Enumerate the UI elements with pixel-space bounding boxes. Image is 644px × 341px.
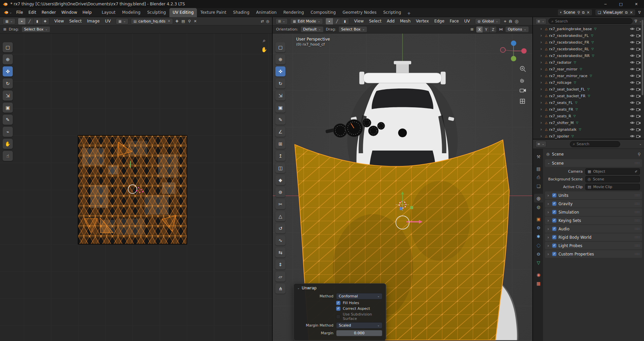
- viewlayer-selector[interactable]: ❏ ViewLayer ⧉ ✕: [595, 9, 635, 16]
- uv-select-mode-island[interactable]: ❖: [41, 18, 49, 24]
- proportional-editing-icon[interactable]: ◎: [515, 19, 519, 23]
- section-keying-sets[interactable]: › Keying Sets ∷∷: [545, 217, 642, 224]
- disable-in-render-camera-icon[interactable]: [636, 27, 641, 31]
- viewport-tool-inset-faces[interactable]: ◫: [275, 163, 285, 173]
- menu-file[interactable]: File: [14, 9, 26, 16]
- properties-tab-particles[interactable]: ✱: [534, 232, 543, 241]
- mirror-axis-x[interactable]: X: [476, 26, 483, 33]
- drag-grip-icon[interactable]: ∷∷: [635, 219, 640, 222]
- properties-tab-constraints[interactable]: ⊝: [534, 249, 543, 258]
- expand-chevron-icon[interactable]: ›: [540, 114, 543, 118]
- workspace-tab-animation[interactable]: Animation: [253, 8, 280, 17]
- section-audio[interactable]: › Audio ∷∷: [545, 225, 642, 233]
- new-image-icon[interactable]: ✚: [175, 19, 178, 23]
- hide-in-viewport-eye-icon[interactable]: [630, 128, 635, 131]
- viewport-menu-add[interactable]: Add: [384, 18, 397, 24]
- expand-chevron-icon[interactable]: ›: [540, 53, 543, 58]
- drag-grip-icon[interactable]: ∷∷: [635, 227, 640, 231]
- hide-in-viewport-eye-icon[interactable]: [630, 41, 635, 44]
- viewport-tool-loop-cut[interactable]: ⊚: [275, 187, 285, 197]
- fade-image-icon[interactable]: ✕: [194, 19, 197, 23]
- uv-canvas[interactable]: ▢⊕✜↻⇲▣✎⌁✋☝: [0, 34, 272, 341]
- close-button[interactable]: ✕: [629, 0, 644, 8]
- hide-in-viewport-eye-icon[interactable]: [630, 27, 635, 31]
- outliner-item-rx7-shifter-m[interactable]: › △ rx7_shifter_M ▽: [533, 119, 644, 126]
- viewport-tool-move[interactable]: ✜: [275, 66, 285, 76]
- copy-scene-icon[interactable]: ⧉: [582, 11, 585, 14]
- hide-in-viewport-eye-icon[interactable]: [630, 61, 635, 64]
- properties-tab-view-layer[interactable]: ❏: [534, 182, 543, 190]
- margin-value-slider[interactable]: 0.000: [336, 330, 382, 336]
- expand-chevron-icon[interactable]: ›: [540, 134, 543, 138]
- uv-menu-view[interactable]: View: [52, 18, 66, 24]
- hide-in-viewport-eye-icon[interactable]: [630, 134, 635, 138]
- outliner-item-rx7-racebrakedisc-fr[interactable]: › △ rx7_racebrakedisc_FR ▽: [533, 39, 644, 46]
- filter-icon[interactable]: ∇: [638, 11, 641, 14]
- field-camera[interactable]: ▦ Object ✐: [585, 168, 640, 175]
- hide-in-viewport-eye-icon[interactable]: [630, 54, 635, 57]
- menu-help[interactable]: Help: [80, 9, 94, 16]
- disable-in-render-camera-icon[interactable]: [636, 134, 641, 138]
- zoom-icon[interactable]: ⌕: [263, 38, 265, 43]
- image-name-field[interactable]: ▤ carbon_hq.dds ✕: [131, 18, 173, 24]
- checkbox-fill-holes[interactable]: Fill Holes: [336, 301, 382, 305]
- expand-chevron-icon[interactable]: ›: [540, 100, 543, 105]
- outliner-item-rx7-parkingbrake-base[interactable]: › △ rx7_parkingbrake_base ▽: [533, 25, 644, 32]
- field-active-clip[interactable]: ▤ Movie Clip: [585, 184, 640, 190]
- filter-icon[interactable]: ∇: [635, 19, 637, 23]
- expand-chevron-icon[interactable]: ›: [540, 26, 543, 31]
- outliner-item-rx7-seat-backet-fl[interactable]: › △ rx7_seat_backet_FL ▽: [533, 86, 644, 93]
- uv-tool-move[interactable]: ✜: [3, 66, 13, 76]
- drag-grip-icon[interactable]: ∷∷: [635, 161, 640, 165]
- add-workspace-button[interactable]: +: [405, 9, 414, 16]
- checkbox-icon[interactable]: [552, 227, 556, 231]
- checkbox-icon[interactable]: [336, 315, 340, 319]
- drag-tool-dropdown[interactable]: Select Box ⌄: [338, 26, 367, 33]
- disable-in-render-camera-icon[interactable]: [636, 61, 641, 64]
- viewport-tool-bevel[interactable]: ◆: [275, 175, 285, 185]
- outliner-item-rx7-racebrakedisc-rr[interactable]: › △ rx7_racebrakedisc_RR ▽: [533, 52, 644, 59]
- disable-in-render-camera-icon[interactable]: [636, 128, 641, 131]
- checkbox-icon[interactable]: [552, 218, 556, 223]
- editor-type-button[interactable]: ≡ ⌄: [535, 141, 546, 147]
- disable-in-render-camera-icon[interactable]: [636, 67, 641, 71]
- uv-tool-scale[interactable]: ⇲: [3, 91, 13, 101]
- disable-in-render-camera-icon[interactable]: [636, 101, 641, 104]
- copy-viewlayer-icon[interactable]: ⧉: [625, 11, 628, 14]
- unlink-image-button[interactable]: ✕: [168, 19, 170, 23]
- disable-in-render-camera-icon[interactable]: [636, 81, 641, 84]
- viewport-menu-mesh[interactable]: Mesh: [397, 18, 413, 24]
- expand-chevron-icon[interactable]: ›: [540, 67, 543, 71]
- uv-menu-uv[interactable]: UV: [102, 18, 113, 24]
- viewport-tool-cursor[interactable]: ⊕: [275, 54, 285, 64]
- disable-in-render-camera-icon[interactable]: [636, 54, 641, 57]
- viewport-menu-edge[interactable]: Edge: [432, 18, 447, 24]
- outliner-item-rx7-rear-mirror-race[interactable]: › △ rx7_rear_mirror_race ▽: [533, 72, 644, 79]
- breadcrumb-label[interactable]: Scene: [552, 152, 564, 157]
- menu-edit[interactable]: Edit: [26, 9, 39, 16]
- drag-grip-icon[interactable]: ∷∷: [635, 244, 640, 247]
- viewport-menu-face[interactable]: Face: [447, 18, 462, 24]
- outliner-item-rx7-seats-r[interactable]: › △ rx7_seats_R ▽: [533, 113, 644, 119]
- snap-magnet-icon[interactable]: ⋒: [509, 19, 513, 23]
- viewport-tool-poly-build[interactable]: △: [275, 211, 285, 221]
- viewport-menu-uv[interactable]: UV: [462, 18, 473, 24]
- section-rigid-body-world[interactable]: › Rigid Body World ∷∷: [545, 233, 642, 241]
- hide-in-viewport-eye-icon[interactable]: [630, 67, 635, 71]
- hide-in-viewport-eye-icon[interactable]: [630, 108, 635, 111]
- workspace-tab-rendering[interactable]: Rendering: [280, 8, 307, 17]
- browse-scene-icon[interactable]: ▾: [560, 11, 562, 14]
- properties-tab-render[interactable]: ▤: [534, 164, 543, 173]
- disable-in-render-camera-icon[interactable]: [636, 88, 641, 91]
- drag-grip-icon[interactable]: ∷∷: [635, 235, 640, 239]
- eyedropper-icon[interactable]: ✐: [635, 170, 638, 173]
- workspace-tab-texture-paint[interactable]: Texture Paint: [197, 8, 229, 17]
- properties-tab-object-data[interactable]: ▽: [534, 258, 543, 267]
- viewport-tool-shrink-fatten[interactable]: ⇕: [275, 260, 285, 270]
- menu-render[interactable]: Render: [39, 9, 59, 16]
- viewport-tool-rip-region[interactable]: ⋔: [275, 284, 285, 294]
- uv-select-mode-face[interactable]: ▮: [34, 18, 41, 24]
- margin-method-dropdown[interactable]: Scaled ⌄: [336, 322, 382, 329]
- uv-select-mode-vertex[interactable]: ∙: [18, 18, 26, 24]
- expand-chevron-icon[interactable]: ›: [540, 47, 543, 51]
